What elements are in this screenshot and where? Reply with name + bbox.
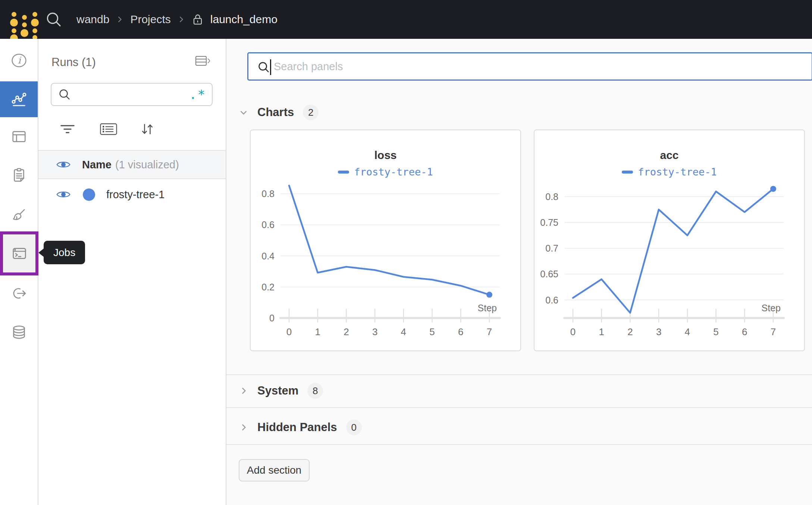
global-search-icon[interactable] (45, 10, 63, 28)
runs-panel: Runs (1) .* (38, 39, 226, 505)
panel-search-box[interactable] (247, 52, 812, 81)
divider (226, 374, 812, 375)
chevron-right-icon (178, 14, 185, 25)
sidebar: i (0, 39, 38, 505)
svg-text:0.4: 0.4 (261, 251, 275, 261)
breadcrumb-entity[interactable]: wandb (76, 13, 109, 26)
chevron-right-icon[interactable] (238, 385, 249, 396)
svg-text:5: 5 (429, 326, 435, 337)
chart-title: loss (251, 149, 520, 162)
sidebar-item-reports[interactable] (0, 156, 38, 194)
search-icon (257, 60, 271, 74)
svg-text:0: 0 (286, 326, 292, 337)
svg-text:0: 0 (570, 326, 576, 337)
breadcrumb: wandb Projects launch_demo (76, 0, 278, 39)
section-header-charts[interactable]: Charts 2 (226, 100, 812, 124)
legend-dash-icon (622, 171, 633, 174)
jobs-tooltip: Jobs (44, 241, 85, 264)
section-count-badge: 8 (307, 383, 323, 399)
database-icon (10, 324, 28, 341)
group-list-icon[interactable] (97, 118, 120, 140)
svg-text:0.8: 0.8 (261, 188, 275, 199)
visualized-annotation: (1 visualized) (115, 159, 179, 171)
runs-toolbar (38, 118, 226, 140)
legend-run-name: frosty-tree-1 (354, 166, 433, 178)
chart-panel-loss[interactable]: loss frosty-tree-1 00.20.40.60.801234567… (250, 130, 521, 351)
sidebar-item-workspace[interactable] (0, 81, 38, 117)
svg-text:0.65: 0.65 (540, 269, 558, 279)
clipboard-icon (10, 166, 28, 184)
section-header-hidden-panels[interactable]: Hidden Panels 0 (226, 415, 812, 439)
svg-text:7: 7 (487, 326, 492, 337)
charts-grid: loss frosty-tree-1 00.20.40.60.801234567… (250, 130, 805, 351)
table-icon (10, 128, 28, 145)
main-panel: Charts 2 loss frosty-tree-1 00.20.40.60.… (226, 39, 812, 505)
section-label[interactable]: System (257, 384, 298, 398)
panel-search-input[interactable] (273, 53, 795, 80)
sidebar-item-jobs[interactable] (0, 231, 38, 275)
svg-text:0.2: 0.2 (261, 282, 275, 292)
svg-text:7: 7 (771, 326, 776, 337)
svg-text:3: 3 (656, 326, 661, 337)
divider (226, 407, 812, 408)
sidebar-item-runs[interactable] (0, 118, 38, 155)
svg-text:4: 4 (401, 326, 406, 337)
topbar: wandb Projects launch_demo (0, 0, 812, 39)
chevron-right-icon[interactable] (238, 422, 249, 433)
expand-runs-table-button[interactable] (195, 54, 210, 67)
filter-icon[interactable] (56, 118, 79, 140)
info-icon: i (10, 52, 28, 69)
section-header-system[interactable]: System 8 (226, 379, 812, 403)
section-label[interactable]: Charts (257, 106, 294, 119)
terminal-icon (11, 245, 28, 262)
tooltip-arrow-icon (38, 249, 44, 257)
svg-text:1: 1 (315, 326, 320, 337)
svg-text:i: i (18, 55, 21, 66)
loss-chart-plot[interactable]: 00.20.40.60.801234567Step (251, 179, 520, 349)
chevron-down-icon[interactable] (238, 107, 249, 118)
run-color-dot (83, 188, 95, 201)
run-name[interactable]: frosty-tree-1 (106, 188, 164, 201)
regex-toggle-icon[interactable]: .* (189, 87, 206, 102)
svg-text:2: 2 (627, 326, 633, 337)
legend-run-name: frosty-tree-1 (638, 166, 717, 178)
line-chart-icon (10, 91, 28, 108)
svg-text:1: 1 (599, 326, 604, 337)
runs-search-input[interactable] (77, 88, 189, 101)
svg-text:4: 4 (685, 326, 690, 337)
sort-icon[interactable] (136, 118, 159, 140)
visibility-eye-icon[interactable] (56, 159, 71, 170)
run-row[interactable]: frosty-tree-1 (38, 180, 226, 209)
legend-dash-icon (338, 171, 349, 174)
chart-title: acc (534, 149, 804, 162)
visibility-eye-icon[interactable] (56, 189, 71, 200)
chart-legend: frosty-tree-1 (534, 166, 804, 178)
tooltip-label: Jobs (53, 247, 75, 259)
svg-text:6: 6 (458, 326, 463, 337)
section-label[interactable]: Hidden Panels (257, 421, 337, 434)
sidebar-item-automations[interactable] (0, 275, 38, 312)
wandb-logo-icon[interactable] (9, 5, 38, 34)
runs-search-box[interactable]: .* (51, 83, 213, 106)
svg-text:0.6: 0.6 (545, 295, 558, 305)
acc-chart-plot[interactable]: 0.60.650.70.750.801234567Step (534, 179, 804, 349)
sidebar-item-overview[interactable]: i (0, 42, 38, 79)
chart-legend: frosty-tree-1 (251, 166, 520, 178)
breadcrumb-project-name[interactable]: launch_demo (210, 13, 278, 26)
divider (226, 444, 812, 445)
chart-panel-acc[interactable]: acc frosty-tree-1 0.60.650.70.750.801234… (534, 130, 805, 351)
search-icon (57, 87, 72, 102)
runs-panel-title: Runs (1) (51, 56, 96, 69)
sidebar-item-sweeps[interactable] (0, 196, 38, 234)
svg-text:0.6: 0.6 (261, 219, 275, 230)
add-section-button[interactable]: Add section (239, 459, 310, 481)
section-count-badge: 2 (303, 105, 319, 120)
sidebar-item-artifacts[interactable] (0, 314, 38, 351)
breadcrumb-projects[interactable]: Projects (130, 13, 170, 26)
lock-icon (192, 13, 204, 26)
app-window: wandb Projects launch_demo (0, 0, 812, 505)
column-header-name[interactable]: Name (82, 159, 112, 171)
svg-text:0: 0 (269, 313, 275, 323)
link-arrow-icon (10, 285, 28, 302)
broom-icon (10, 206, 28, 224)
